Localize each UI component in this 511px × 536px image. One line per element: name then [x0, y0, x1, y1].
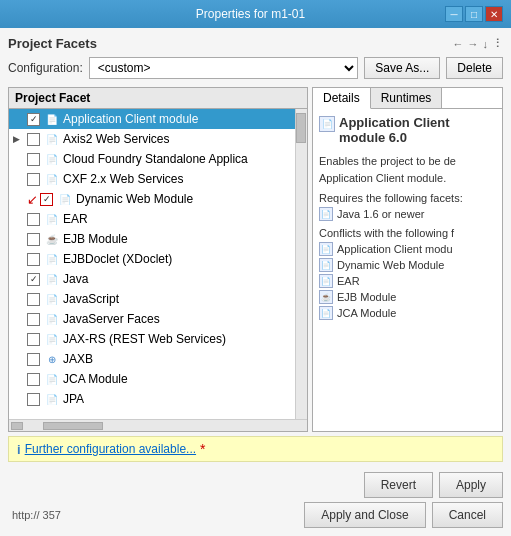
item-icon: 📄 — [44, 331, 60, 347]
conflict-item: 📄 Dynamic Web Module — [319, 258, 496, 272]
bottom-buttons: Revert Apply — [8, 468, 503, 498]
tab-runtimes[interactable]: Runtimes — [371, 88, 443, 108]
item-icon: 📄 — [44, 111, 60, 127]
facet-checkbox[interactable] — [27, 353, 40, 366]
item-label: Application Client module — [63, 112, 198, 126]
item-label: EAR — [63, 212, 88, 226]
cancel-button[interactable]: Cancel — [432, 502, 503, 528]
item-label: JPA — [63, 392, 84, 406]
apply-button[interactable]: Apply — [439, 472, 503, 498]
h-scrollbar-thumb[interactable] — [43, 422, 103, 430]
conflict-item-label: EJB Module — [337, 291, 396, 303]
item-label: Axis2 Web Services — [63, 132, 169, 146]
list-item[interactable]: 📄 JPA — [9, 389, 295, 409]
panel-tabs: Details Runtimes — [313, 88, 502, 109]
list-item[interactable]: 📄 Java — [9, 269, 295, 289]
facet-checkbox[interactable] — [27, 253, 40, 266]
list-item[interactable]: 📄 JavaScript — [9, 289, 295, 309]
conflict-item-label: EAR — [337, 275, 360, 287]
item-label: JavaScript — [63, 292, 119, 306]
info-bar: i Further configuration available... * — [8, 436, 503, 462]
close-button[interactable]: ✕ — [485, 6, 503, 22]
requires-label: Requires the following facets: — [319, 192, 496, 204]
maximize-button[interactable]: □ — [465, 6, 483, 22]
facet-checkbox[interactable] — [27, 213, 40, 226]
facet-checkbox[interactable] — [27, 293, 40, 306]
list-item[interactable]: ↙ 📄 Dynamic Web Module — [9, 189, 295, 209]
configuration-row: Configuration: <custom> Save As... Delet… — [8, 57, 503, 79]
minimize-button[interactable]: ─ — [445, 6, 463, 22]
conflict-item: 📄 EAR — [319, 274, 496, 288]
list-item[interactable]: 📄 Application Client module — [9, 109, 295, 129]
revert-button[interactable]: Revert — [364, 472, 433, 498]
title-bar: Properties for m1-01 ─ □ ✕ — [0, 0, 511, 28]
facet-checkbox[interactable] — [27, 393, 40, 406]
list-item[interactable]: 📄 Cloud Foundry Standalone Applica — [9, 149, 295, 169]
facet-checkbox[interactable] — [27, 173, 40, 186]
list-item[interactable]: ▶ 📄 Axis2 Web Services — [9, 129, 295, 149]
conflict-item-icon: 📄 — [319, 306, 333, 320]
horizontal-scrollbar[interactable] — [9, 419, 307, 431]
nav-back-icon[interactable]: ← — [453, 38, 464, 50]
conflict-item-label: Dynamic Web Module — [337, 259, 444, 271]
facet-checkbox[interactable] — [27, 273, 40, 286]
main-container: Project Facets ← → ↓ ⋮ Configuration: <c… — [0, 28, 511, 536]
list-item[interactable]: 📄 EJBDoclet (XDoclet) — [9, 249, 295, 269]
facet-checkbox[interactable] — [27, 313, 40, 326]
section-title-label: Project Facets — [8, 36, 97, 51]
item-label: Cloud Foundry Standalone Applica — [63, 152, 248, 166]
nav-forward-icon[interactable]: → — [468, 38, 479, 50]
detail-content: 📄 Application Client module 6.0 Enables … — [313, 109, 502, 431]
conflicts-label: Conflicts with the following f — [319, 227, 496, 239]
window-title: Properties for m1-01 — [56, 7, 445, 21]
list-item[interactable]: 📄 EAR — [9, 209, 295, 229]
status-bar: http:// 357 — [8, 502, 298, 528]
nav-more-icon[interactable]: ⋮ — [492, 37, 503, 50]
conflict-item: ☕ EJB Module — [319, 290, 496, 304]
item-icon: 📄 — [44, 171, 60, 187]
facet-checkbox[interactable] — [27, 373, 40, 386]
detail-title: 📄 Application Client module 6.0 — [319, 115, 496, 145]
item-label: CXF 2.x Web Services — [63, 172, 183, 186]
facet-checkbox[interactable] — [27, 333, 40, 346]
detail-title-text: Application Client module 6.0 — [339, 115, 496, 145]
save-as-button[interactable]: Save As... — [364, 57, 440, 79]
further-config-link[interactable]: Further configuration available... — [25, 442, 196, 456]
item-icon: ⊕ — [44, 351, 60, 367]
list-item[interactable]: ☕ EJB Module — [9, 229, 295, 249]
conflict-item-icon: ☕ — [319, 290, 333, 304]
info-icon: i — [17, 442, 21, 457]
conflict-item: 📄 JCA Module — [319, 306, 496, 320]
facet-checkbox[interactable] — [27, 233, 40, 246]
facet-checkbox[interactable] — [40, 193, 53, 206]
list-item[interactable]: 📄 JavaServer Faces — [9, 309, 295, 329]
facet-checkbox[interactable] — [27, 133, 40, 146]
list-item[interactable]: 📄 JAX-RS (REST Web Services) — [9, 329, 295, 349]
requires-section: Requires the following facets: 📄 Java 1.… — [319, 192, 496, 221]
apply-close-button[interactable]: Apply and Close — [304, 502, 425, 528]
item-icon: 📄 — [44, 391, 60, 407]
delete-button[interactable]: Delete — [446, 57, 503, 79]
configuration-select[interactable]: <custom> — [89, 57, 359, 79]
conflict-item-icon: 📄 — [319, 274, 333, 288]
nav-down-icon[interactable]: ↓ — [483, 38, 489, 50]
conflict-item: 📄 Application Client modu — [319, 242, 496, 256]
item-label: Java — [63, 272, 88, 286]
list-item[interactable]: ⊕ JAXB — [9, 349, 295, 369]
requires-item: 📄 Java 1.6 or newer — [319, 207, 496, 221]
error-icon: ↙ — [27, 192, 38, 207]
facet-checkbox[interactable] — [27, 153, 40, 166]
vertical-scrollbar[interactable] — [295, 109, 307, 419]
star-icon: * — [200, 441, 205, 457]
tab-details[interactable]: Details — [313, 88, 371, 109]
navigation-arrows: ← → ↓ ⋮ — [453, 37, 504, 50]
list-item[interactable]: 📄 JCA Module — [9, 369, 295, 389]
item-icon: 📄 — [44, 291, 60, 307]
detail-description: Enables the project to be de Application… — [319, 153, 496, 186]
item-label: EJB Module — [63, 232, 128, 246]
conflict-item-icon: 📄 — [319, 258, 333, 272]
item-label: JAX-RS (REST Web Services) — [63, 332, 226, 346]
left-panel-header: Project Facet — [9, 88, 307, 109]
list-item[interactable]: 📄 CXF 2.x Web Services — [9, 169, 295, 189]
facet-checkbox[interactable] — [27, 113, 40, 126]
